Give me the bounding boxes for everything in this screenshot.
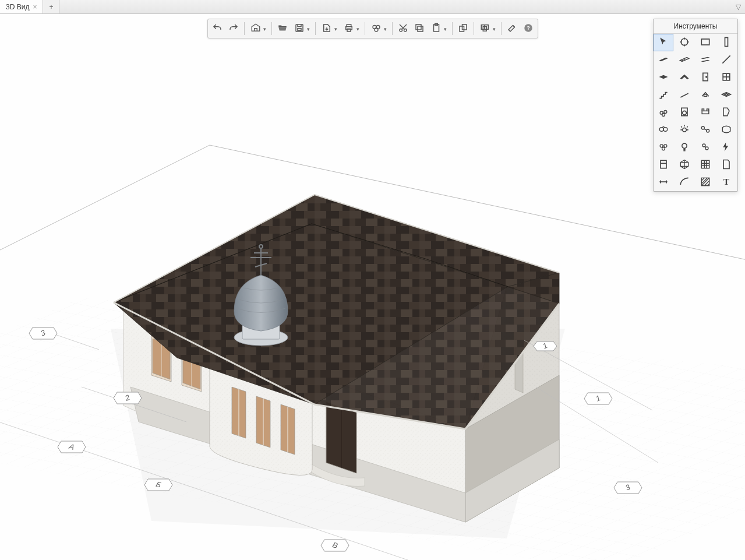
svg-point-110 bbox=[683, 128, 687, 132]
svg-rect-73 bbox=[298, 28, 301, 30]
axis-label: 1 bbox=[584, 393, 612, 404]
path-tool[interactable] bbox=[695, 121, 715, 139]
curtain-wall-icon bbox=[679, 54, 690, 67]
line-tool[interactable] bbox=[716, 51, 736, 69]
svg-rect-107 bbox=[702, 111, 709, 114]
curtain-wall-tool[interactable] bbox=[675, 51, 694, 69]
svg-rect-82 bbox=[416, 24, 421, 30]
tool-grid: T bbox=[654, 34, 737, 191]
dormer-tool[interactable] bbox=[695, 86, 715, 104]
svg-text:T: T bbox=[723, 177, 729, 186]
light-icon bbox=[679, 124, 690, 137]
export-button[interactable] bbox=[319, 21, 340, 36]
select-icon bbox=[658, 36, 669, 50]
move-icon bbox=[679, 36, 690, 50]
material-icon bbox=[721, 106, 732, 119]
copy-icon bbox=[414, 23, 425, 35]
paste-icon bbox=[431, 23, 442, 35]
open-button[interactable] bbox=[275, 21, 290, 36]
ifc-button[interactable] bbox=[368, 21, 389, 36]
arc-icon bbox=[679, 176, 690, 189]
copy-button[interactable] bbox=[412, 21, 427, 36]
tab-3d-view[interactable]: 3D Вид × bbox=[0, 0, 43, 13]
hatch-icon bbox=[700, 176, 711, 189]
svg-point-96 bbox=[706, 76, 707, 78]
slab-tool[interactable] bbox=[654, 69, 673, 86]
dormer-icon bbox=[700, 89, 711, 102]
mesh-tool[interactable] bbox=[675, 156, 694, 174]
elevation-tool[interactable] bbox=[654, 156, 673, 174]
dimension-tool[interactable] bbox=[654, 174, 673, 191]
sheet-icon bbox=[721, 159, 732, 172]
hatch-tool[interactable] bbox=[695, 174, 715, 191]
beam-tool[interactable] bbox=[695, 51, 715, 69]
project-button[interactable] bbox=[248, 21, 269, 36]
dimension-icon bbox=[658, 176, 669, 189]
paste-button[interactable] bbox=[428, 21, 449, 36]
print-button[interactable] bbox=[341, 21, 362, 36]
column-icon bbox=[721, 36, 732, 50]
door-tool[interactable] bbox=[695, 69, 715, 86]
window-icon bbox=[721, 71, 732, 84]
grid-icon bbox=[700, 159, 711, 172]
undo-icon bbox=[212, 23, 223, 35]
appliance-tool[interactable] bbox=[675, 104, 694, 121]
arc-tool[interactable] bbox=[675, 174, 694, 191]
roof-tool[interactable] bbox=[675, 69, 694, 86]
tabbar-menu-icon[interactable]: ▽ bbox=[731, 0, 745, 13]
surface-tool[interactable] bbox=[716, 121, 736, 139]
furniture-tool[interactable] bbox=[695, 104, 715, 121]
save-button[interactable] bbox=[291, 21, 312, 36]
help-button[interactable]: ? bbox=[521, 21, 536, 36]
grid-tool[interactable] bbox=[695, 156, 715, 174]
camera-tool[interactable] bbox=[654, 121, 673, 139]
symbol-tool[interactable] bbox=[695, 139, 715, 156]
svg-text:?: ? bbox=[527, 25, 530, 31]
skylight-tool[interactable] bbox=[716, 86, 736, 104]
undo-button[interactable] bbox=[210, 21, 225, 36]
new-tab-button[interactable]: + bbox=[43, 0, 59, 13]
redo-button[interactable] bbox=[226, 21, 241, 36]
flash-tool[interactable] bbox=[716, 139, 736, 156]
site-icon bbox=[658, 106, 669, 119]
select-tool[interactable] bbox=[654, 34, 673, 51]
viewport-3d[interactable]: А Б В 1 2 3 3 1 bbox=[0, 14, 745, 560]
material-tool[interactable] bbox=[716, 104, 736, 121]
styles-button[interactable] bbox=[477, 21, 498, 36]
svg-point-92 bbox=[681, 38, 688, 45]
line-icon bbox=[721, 54, 732, 67]
sheet-tool[interactable] bbox=[716, 156, 736, 174]
open-icon bbox=[277, 23, 288, 35]
roof-icon bbox=[679, 71, 690, 84]
text-tool[interactable]: T bbox=[716, 174, 736, 191]
panel-title: Инструменты bbox=[654, 19, 737, 34]
rectangle-tool[interactable] bbox=[695, 34, 715, 51]
cut-button[interactable] bbox=[396, 21, 411, 36]
stair-icon bbox=[658, 89, 669, 102]
window-tool[interactable] bbox=[716, 69, 736, 86]
settings-button[interactable] bbox=[504, 21, 520, 36]
bulb-tool[interactable] bbox=[675, 139, 694, 156]
stair-tool[interactable] bbox=[654, 86, 673, 104]
light-tool[interactable] bbox=[675, 121, 694, 139]
close-icon[interactable]: × bbox=[33, 3, 37, 11]
tab-bar: 3D Вид × + ▽ bbox=[0, 0, 745, 14]
duplicate-button[interactable] bbox=[456, 21, 471, 36]
help-icon: ? bbox=[523, 23, 534, 35]
wall-icon bbox=[658, 54, 669, 67]
redo-icon bbox=[228, 23, 239, 35]
bulb-icon bbox=[679, 141, 690, 154]
site-tool[interactable] bbox=[654, 104, 673, 121]
group-tool[interactable] bbox=[654, 139, 673, 156]
railing-icon bbox=[679, 89, 690, 102]
svg-point-112 bbox=[707, 129, 709, 132]
svg-point-104 bbox=[662, 113, 665, 116]
door-icon bbox=[700, 71, 711, 84]
railing-tool[interactable] bbox=[675, 86, 694, 104]
svg-point-103 bbox=[664, 110, 667, 113]
main-toolbar: ? bbox=[207, 19, 538, 38]
wall-tool[interactable] bbox=[654, 51, 673, 69]
column-tool[interactable] bbox=[716, 34, 736, 51]
appliance-icon bbox=[679, 106, 690, 119]
move-tool[interactable] bbox=[675, 34, 694, 51]
